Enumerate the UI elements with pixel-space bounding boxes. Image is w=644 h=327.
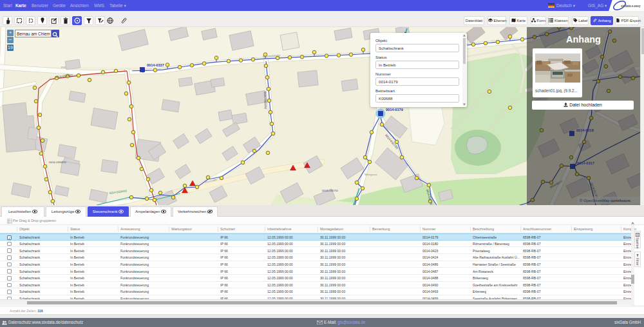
svg-text:0014-0179: 0014-0179	[386, 108, 403, 112]
svg-text:0014-0317/0: 0014-0317/0	[322, 189, 338, 192]
svg-text:0014-0334/01: 0014-0334/01	[49, 161, 67, 164]
svg-text:0014-0335/02: 0014-0335/02	[263, 92, 267, 110]
svg-text:sixdata e.easy: sixdata e.easy	[621, 5, 641, 8]
svg-text:0014-0337: 0014-0337	[147, 63, 164, 67]
svg-text:Weingasse: Weingasse	[365, 173, 377, 176]
